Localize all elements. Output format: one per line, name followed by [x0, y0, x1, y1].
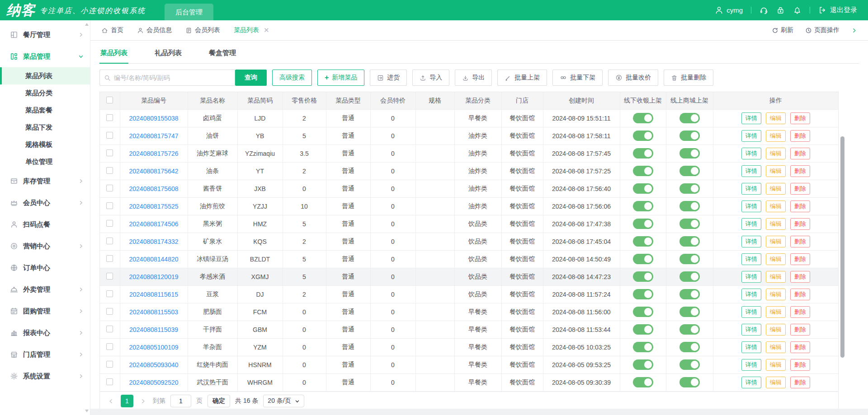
dish-id-link[interactable]: 20240809155038	[129, 115, 178, 122]
mall-shelf-toggle[interactable]	[679, 166, 700, 176]
pos-shelf-toggle[interactable]	[633, 271, 653, 282]
page-size-select[interactable]: 20 条/页	[263, 395, 304, 407]
detail-button[interactable]: 详情	[741, 253, 761, 265]
pos-shelf-toggle[interactable]	[633, 131, 653, 141]
dish-id-link[interactable]: 20240808115615	[129, 291, 178, 298]
row-checkbox[interactable]	[106, 238, 113, 244]
mall-shelf-toggle[interactable]	[679, 324, 700, 335]
sidebar-item-scan-order[interactable]: 扫码点餐	[0, 214, 90, 235]
nav-tab-member-info[interactable]: 会员信息	[137, 26, 172, 34]
dish-id-link[interactable]: 20240808175525	[129, 203, 178, 210]
row-checkbox[interactable]	[106, 202, 113, 209]
dish-id-link[interactable]: 20240808120019	[129, 273, 178, 280]
pos-shelf-toggle[interactable]	[633, 183, 653, 194]
sidebar-item-system-settings[interactable]: 系统设置	[0, 365, 90, 387]
pos-shelf-toggle[interactable]	[633, 219, 653, 229]
purchase-button[interactable]: 进货	[370, 70, 407, 86]
delete-button[interactable]: 删除	[790, 218, 810, 230]
delete-button[interactable]: 删除	[790, 201, 810, 212]
edit-button[interactable]: 编辑	[766, 306, 786, 318]
dish-id-link[interactable]: 20240808115039	[129, 326, 178, 333]
mall-shelf-toggle[interactable]	[679, 183, 700, 194]
select-all-checkbox[interactable]	[106, 97, 113, 103]
edit-button[interactable]: 编辑	[766, 218, 786, 230]
edit-button[interactable]: 编辑	[766, 341, 786, 353]
dish-id-link[interactable]: 20240808175642	[129, 168, 178, 175]
batch-reprice-button[interactable]: 批量改价	[608, 70, 658, 86]
chevron-right-icon[interactable]	[851, 28, 857, 33]
pos-shelf-toggle[interactable]	[633, 201, 653, 211]
export-button[interactable]: 导出	[455, 70, 492, 86]
goto-confirm-button[interactable]: 确定	[208, 395, 230, 407]
row-checkbox[interactable]	[106, 185, 113, 191]
dish-id-link[interactable]: 20240808175608	[129, 185, 178, 192]
close-icon[interactable]: ✕	[264, 26, 269, 34]
delete-button[interactable]: 删除	[790, 359, 810, 371]
tab-gift-list[interactable]: 礼品列表	[154, 47, 183, 63]
mall-shelf-toggle[interactable]	[679, 236, 700, 247]
mall-shelf-toggle[interactable]	[679, 359, 700, 370]
nav-tab-member-list[interactable]: 会员列表	[185, 26, 220, 34]
mall-shelf-toggle[interactable]	[679, 307, 700, 317]
edit-button[interactable]: 编辑	[766, 289, 786, 300]
sidebar-subitem-dish-list[interactable]: 菜品列表	[0, 67, 90, 84]
detail-button[interactable]: 详情	[741, 341, 761, 353]
pos-shelf-toggle[interactable]	[633, 289, 653, 299]
goto-page-input[interactable]	[170, 395, 191, 407]
row-checkbox[interactable]	[106, 220, 113, 227]
dish-id-link[interactable]: 20240805093040	[129, 361, 178, 368]
row-checkbox[interactable]	[106, 132, 113, 139]
delete-button[interactable]: 删除	[790, 289, 810, 300]
edit-button[interactable]: 编辑	[766, 236, 786, 247]
mall-shelf-toggle[interactable]	[679, 271, 700, 282]
delete-button[interactable]: 删除	[790, 377, 810, 388]
sidebar-item-store-management[interactable]: 门店管理	[0, 344, 90, 365]
dish-id-link[interactable]: 20240808174506	[129, 220, 178, 228]
prev-page-button[interactable]	[106, 398, 116, 404]
delete-button[interactable]: 删除	[790, 112, 810, 124]
delete-button[interactable]: 删除	[790, 148, 810, 159]
detail-button[interactable]: 详情	[741, 165, 761, 177]
tab-dish-list[interactable]: 菜品列表	[99, 47, 128, 64]
pos-shelf-toggle[interactable]	[633, 377, 653, 387]
mall-shelf-toggle[interactable]	[679, 342, 700, 352]
edit-button[interactable]: 编辑	[766, 183, 786, 195]
delete-button[interactable]: 删除	[790, 341, 810, 353]
mall-shelf-toggle[interactable]	[679, 219, 700, 229]
dish-id-link[interactable]: 20240808175747	[129, 132, 178, 140]
batch-delete-button[interactable]: 批量删除	[664, 70, 713, 86]
sidebar-item-groupbuy[interactable]: 团购管理	[0, 300, 90, 322]
sidebar-item-inventory[interactable]: 库存管理	[0, 170, 90, 192]
edit-button[interactable]: 编辑	[766, 148, 786, 159]
pos-shelf-toggle[interactable]	[633, 359, 653, 370]
row-checkbox[interactable]	[106, 326, 113, 332]
edit-button[interactable]: 编辑	[766, 271, 786, 283]
pos-shelf-toggle[interactable]	[633, 113, 653, 123]
dish-id-link[interactable]: 20240808174332	[129, 238, 178, 245]
delete-button[interactable]: 删除	[790, 271, 810, 283]
table-vertical-scrollbar[interactable]	[840, 136, 844, 358]
batch-on-shelf-button[interactable]: 批量上架	[497, 70, 547, 86]
support-headset-icon[interactable]	[760, 6, 768, 14]
nav-tab-home[interactable]: 首页	[101, 26, 123, 34]
bell-icon[interactable]	[793, 6, 802, 14]
dish-id-link[interactable]: 20240808115503	[129, 308, 178, 316]
detail-button[interactable]: 详情	[741, 359, 761, 371]
sidebar-item-dish-management[interactable]: 菜品管理	[0, 46, 90, 67]
sidebar-subitem-unit-management[interactable]: 单位管理	[0, 153, 90, 170]
delete-button[interactable]: 删除	[790, 253, 810, 265]
dish-id-link[interactable]: 20240808144820	[129, 256, 178, 263]
delete-button[interactable]: 删除	[790, 306, 810, 318]
edit-button[interactable]: 编辑	[766, 359, 786, 371]
detail-button[interactable]: 详情	[741, 289, 761, 300]
sidebar-item-restaurant[interactable]: 餐厅管理	[0, 24, 90, 46]
row-checkbox[interactable]	[106, 114, 113, 121]
current-page-button[interactable]: 1	[121, 395, 133, 407]
pos-shelf-toggle[interactable]	[633, 342, 653, 352]
row-checkbox[interactable]	[106, 255, 113, 262]
detail-button[interactable]: 详情	[741, 183, 761, 195]
delete-button[interactable]: 删除	[790, 236, 810, 247]
sidebar-item-takeout[interactable]: 外卖管理	[0, 279, 90, 300]
mall-shelf-toggle[interactable]	[679, 201, 700, 211]
delete-button[interactable]: 删除	[790, 183, 810, 195]
